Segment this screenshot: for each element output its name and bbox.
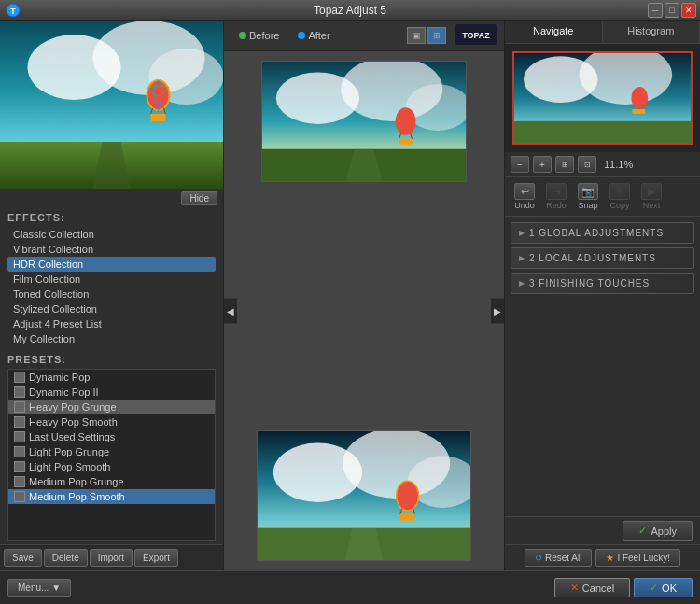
svg-marker-30 [345, 528, 383, 560]
bottom-right: ✕ Cancel ✓ OK [554, 578, 693, 597]
effect-item-adjust4[interactable]: Adjust 4 Preset List [7, 316, 216, 331]
apply-section: ✓ Apply [505, 516, 700, 544]
presets-list: Dynamic Pop Dynamic Pop II Heavy Pop Gru… [8, 370, 215, 504]
zoom-out-button[interactable]: − [511, 156, 529, 173]
ok-button[interactable]: ✓ OK [634, 578, 693, 597]
adjustment-global[interactable]: ▶ 1 GLOBAL ADJUSTMENTS [511, 222, 694, 244]
action-buttons-row: ↩ Undo ↪ Redo 📷 Snap ⎘ Copy ▶ Next [505, 177, 700, 217]
save-button[interactable]: Save [4, 549, 42, 567]
expand-icon: ▶ [519, 254, 525, 262]
preset-item-heavy-pop-grunge[interactable]: Heavy Pop Grunge [8, 400, 215, 414]
view-mode-single[interactable]: ▣ [407, 27, 426, 44]
hide-btn-row: Hide [0, 189, 223, 208]
expand-icon: ▶ [519, 279, 525, 288]
next-button[interactable]: ▶ Next [637, 181, 665, 212]
adjustment-finishing[interactable]: ▶ 3 FINISHING TOUCHES [511, 273, 694, 294]
bottom-bar: Menu... ▼ ✕ Cancel ✓ OK [0, 570, 700, 604]
lucky-icon: ★ [606, 553, 614, 563]
effect-item-my[interactable]: My Collection [7, 331, 216, 346]
effect-item-classic[interactable]: Classic Collection [7, 227, 216, 242]
svg-point-40 [631, 87, 648, 109]
effect-item-film[interactable]: Film Collection [7, 272, 216, 287]
next-icon: ▶ [641, 183, 662, 200]
effect-item-vibrant[interactable]: Vibrant Collection [7, 242, 216, 257]
preset-item-dynamic-pop[interactable]: Dynamic Pop [8, 370, 215, 385]
effect-item-hdr[interactable]: HDR Collection [7, 257, 216, 272]
hide-button[interactable]: Hide [181, 191, 217, 205]
navigate-tabs: Navigate Histogram [505, 21, 700, 44]
copy-button[interactable]: ⎘ Copy [606, 181, 634, 212]
preset-item-heavy-pop-smooth[interactable]: Heavy Pop Smooth [8, 414, 215, 429]
svg-rect-24 [399, 139, 413, 145]
zoom-fit-button[interactable]: ⊞ [555, 156, 574, 173]
main-container: Hide EFFECTS: Classic Collection Vibrant… [0, 21, 700, 570]
preset-item-dynamic-pop-2[interactable]: Dynamic Pop II [8, 385, 215, 400]
effects-title: EFFECTS: [7, 212, 216, 223]
nav-preview [505, 44, 700, 152]
effect-item-stylized[interactable]: Stylized Collection [7, 302, 216, 316]
after-view-button[interactable]: After [290, 28, 337, 43]
snap-button[interactable]: 📷 Snap [574, 181, 602, 212]
preset-item-light-pop-smooth[interactable]: Light Pop Smooth [8, 459, 215, 474]
presets-title: PRESETS: [7, 354, 216, 365]
tab-histogram[interactable]: Histogram [603, 21, 701, 43]
copy-icon: ⎘ [609, 183, 630, 200]
expand-icon: ▶ [519, 229, 525, 237]
scroll-right-arrow[interactable]: ▶ [491, 299, 504, 324]
zoom-actual-button[interactable]: ⊡ [578, 156, 596, 173]
left-panel: Hide EFFECTS: Classic Collection Vibrant… [0, 21, 224, 570]
delete-button[interactable]: Delete [44, 549, 88, 567]
undo-icon: ↩ [514, 183, 535, 200]
apply-button[interactable]: ✓ Apply [623, 521, 693, 541]
view-toolbar: Before After ▣ ⊞ TOPAZ [224, 21, 504, 51]
presets-list-container: Dynamic Pop Dynamic Pop II Heavy Pop Gru… [7, 369, 216, 541]
left-bottom-buttons: Save Delete Import Export [0, 544, 223, 570]
topaz-logo: T [6, 3, 21, 20]
view-mode-split[interactable]: ⊞ [427, 27, 446, 44]
preset-icon [14, 491, 25, 502]
preset-icon [14, 386, 25, 398]
effects-section: EFFECTS: Classic Collection Vibrant Coll… [0, 208, 223, 350]
view-mode-buttons: ▣ ⊞ [407, 27, 446, 44]
preset-item-medium-pop-grunge[interactable]: Medium Pop Grunge [8, 474, 215, 489]
cancel-icon: ✕ [570, 582, 579, 594]
right-panel: Navigate Histogram [504, 21, 700, 570]
reset-button[interactable]: ↺ Reset All [525, 549, 592, 567]
svg-point-21 [396, 107, 416, 135]
svg-rect-35 [400, 514, 415, 521]
menu-button[interactable]: Menu... ▼ [7, 579, 71, 597]
export-button[interactable]: Export [134, 549, 178, 567]
preset-item-medium-pop-smooth[interactable]: Medium Pop Smooth [8, 489, 215, 504]
nav-preview-image [512, 51, 693, 145]
preset-icon [14, 431, 25, 442]
close-button[interactable]: ✕ [681, 3, 696, 18]
menu-dropdown-icon: ▼ [51, 583, 61, 593]
preset-icon [14, 372, 25, 383]
redo-button[interactable]: ↪ Redo [542, 181, 570, 212]
before-view-button[interactable]: Before [231, 28, 287, 43]
preview-image [0, 21, 223, 189]
after-preview [257, 430, 471, 561]
cancel-button[interactable]: ✕ Cancel [554, 578, 630, 597]
preset-item-last-used[interactable]: Last Used Settings [8, 429, 215, 444]
lucky-button[interactable]: ★ I Feel Lucky! [595, 549, 680, 567]
minimize-button[interactable]: ─ [648, 3, 663, 18]
title-bar: T Topaz Adjust 5 ─ □ ✕ [0, 0, 700, 21]
zoom-controls: − + ⊞ ⊡ 11.1% [505, 152, 700, 177]
preset-item-light-pop-grunge[interactable]: Light Pop Grunge [8, 444, 215, 459]
before-indicator [239, 32, 246, 39]
svg-rect-39 [514, 121, 691, 143]
tab-navigate[interactable]: Navigate [505, 21, 603, 43]
zoom-in-button[interactable]: + [533, 156, 552, 173]
effects-list: Classic Collection Vibrant Collection HD… [7, 227, 216, 346]
scroll-left-arrow[interactable]: ◀ [224, 299, 237, 324]
undo-button[interactable]: ↩ Undo [511, 181, 539, 212]
topaz-logo-center: TOPAZ [455, 24, 497, 47]
maximize-button[interactable]: □ [665, 3, 679, 18]
effect-item-toned[interactable]: Toned Collection [7, 287, 216, 302]
adjustment-local[interactable]: ▶ 2 LOCAL ADJUSTMENTS [511, 247, 694, 269]
import-button[interactable]: Import [90, 549, 133, 567]
window-title: Topaz Adjust 5 [314, 4, 386, 17]
after-label: After [308, 30, 329, 41]
before-label: Before [249, 30, 279, 41]
